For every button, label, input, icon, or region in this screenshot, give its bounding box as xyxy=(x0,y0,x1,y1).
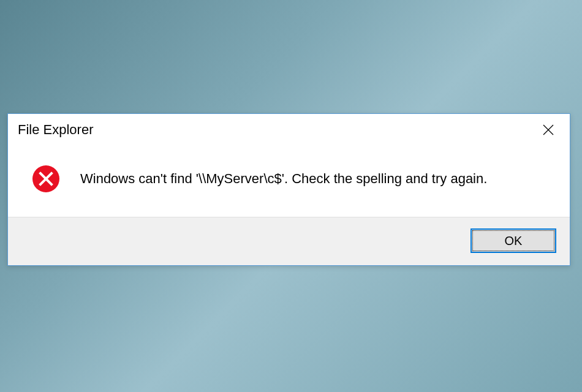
close-icon xyxy=(542,124,554,136)
ok-button[interactable]: OK xyxy=(471,228,556,253)
close-button[interactable] xyxy=(527,114,570,146)
error-message: Windows can't find '\\MyServer\c$'. Chec… xyxy=(80,171,487,187)
error-icon xyxy=(31,164,61,194)
titlebar: File Explorer xyxy=(8,114,570,146)
error-dialog: File Explorer Windows can't find '\\MySe… xyxy=(7,113,570,266)
button-row: OK xyxy=(8,217,570,265)
dialog-content: Windows can't find '\\MyServer\c$'. Chec… xyxy=(8,146,570,217)
dialog-title: File Explorer xyxy=(18,122,93,138)
